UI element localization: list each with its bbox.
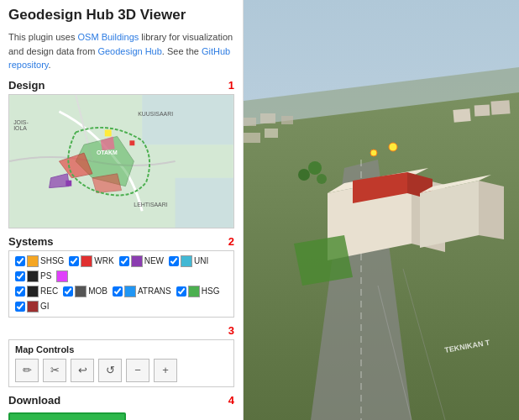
system-label-ATRANS: ATRANS — [138, 286, 171, 296]
svg-rect-1 — [142, 95, 233, 144]
system-color-REC — [27, 286, 39, 297]
system-item-PS: PS — [15, 270, 51, 282]
system-item-SHSG: SHSG — [15, 255, 64, 267]
zoom-in-button[interactable]: + — [154, 359, 177, 382]
svg-text:OTAKM: OTAKM — [97, 150, 118, 155]
system-item-HSG: HSG — [176, 286, 220, 297]
systems-box: SHSG WRK NEW UNI — [8, 250, 234, 318]
system-color-PS — [27, 270, 39, 282]
systems-row-1: SHSG WRK NEW UNI — [15, 255, 228, 282]
system-checkbox-UNI[interactable] — [169, 256, 179, 266]
system-item-UNI: UNI — [169, 255, 208, 267]
system-item-REC: REC — [15, 286, 58, 297]
svg-rect-37 — [265, 129, 278, 138]
svg-rect-14 — [129, 140, 134, 145]
design-map[interactable]: JOIS- IOLA KUUSISAARI LEHTISAARI OTAKM — [8, 94, 234, 228]
system-item-NEW: NEW — [119, 255, 164, 267]
system-label-WRK: WRK — [94, 256, 113, 265]
svg-marker-29 — [294, 235, 353, 286]
system-item-GI: GI — [15, 301, 50, 312]
svg-rect-15 — [66, 181, 71, 186]
map-controls-section: 3 Map Controls ✏ ✂ ↩ ↺ − + — [8, 324, 234, 387]
draw-button[interactable]: ✏ — [15, 359, 39, 382]
svg-point-39 — [298, 169, 310, 181]
system-item-WRK: WRK — [69, 255, 113, 267]
system-label-REC: REC — [40, 286, 58, 296]
controls-number: 3 — [228, 324, 234, 337]
redo-button[interactable]: ↺ — [98, 359, 122, 382]
system-label-PS: PS — [40, 271, 51, 281]
system-item-MOB: MOB — [63, 286, 107, 297]
viewer-3d-panel[interactable]: TEKNIKAN T — [244, 0, 519, 420]
svg-text:LEHTISAARI: LEHTISAARI — [134, 202, 167, 207]
system-checkbox-SHSG[interactable] — [15, 256, 25, 266]
systems-section: Systems 2 SHSG WRK NEW — [8, 235, 234, 318]
system-item-ATRANS: ATRANS — [113, 286, 171, 297]
svg-rect-32 — [490, 100, 510, 114]
svg-rect-34 — [260, 113, 275, 123]
app-description: This plugin uses OSM Buildings library f… — [8, 30, 234, 72]
osm-buildings-link[interactable]: OSM Buildings — [78, 32, 139, 42]
system-label-HSG: HSG — [202, 286, 220, 296]
system-color-HSG — [188, 286, 200, 297]
system-color-NEW — [131, 255, 143, 267]
system-checkbox-GI[interactable] — [15, 302, 25, 312]
system-label-SHSG: SHSG — [40, 256, 64, 265]
download-number: 4 — [228, 394, 234, 407]
system-item-PS-color — [56, 270, 68, 282]
download-header: Download 4 — [8, 394, 234, 407]
svg-text:KUUSISAARI: KUUSISAARI — [138, 111, 173, 117]
system-label-NEW: NEW — [144, 256, 164, 265]
zoom-out-button[interactable]: − — [126, 359, 149, 382]
design-header: Design 1 — [8, 79, 234, 92]
controls-header: 3 — [8, 324, 234, 337]
viewer-3d: TEKNIKAN T — [244, 0, 519, 420]
system-checkbox-WRK[interactable] — [69, 256, 79, 266]
system-color-UNI — [181, 255, 192, 267]
download-data-button[interactable]: Download Data — [8, 412, 126, 420]
system-label-GI: GI — [40, 302, 50, 311]
system-color-MOB — [75, 286, 86, 297]
system-color-ATRANS — [124, 286, 136, 297]
download-label: Download — [8, 394, 60, 407]
app-title: Geodesign Hub 3D Viewer — [8, 7, 234, 24]
system-label-UNI: UNI — [194, 256, 208, 265]
systems-header: Systems 2 — [8, 235, 234, 248]
system-label-MOB: MOB — [88, 286, 107, 296]
geodesign-hub-link[interactable]: Geodesign Hub — [97, 46, 161, 56]
svg-point-41 — [389, 143, 397, 151]
svg-rect-30 — [453, 108, 470, 123]
design-number: 1 — [228, 79, 234, 92]
svg-point-42 — [370, 150, 377, 156]
system-checkbox-MOB[interactable] — [63, 286, 73, 297]
left-panel: Geodesign Hub 3D Viewer This plugin uses… — [0, 0, 244, 420]
edit-button[interactable]: ✂ — [43, 359, 66, 382]
design-section: Design 1 — [8, 79, 234, 228]
svg-rect-35 — [281, 116, 293, 124]
system-checkbox-PS[interactable] — [15, 271, 25, 281]
svg-point-38 — [308, 161, 322, 175]
download-section: Download 4 Download Data — [8, 394, 234, 420]
system-checkbox-REC[interactable] — [15, 286, 25, 297]
design-label: Design — [8, 79, 45, 92]
systems-number: 2 — [228, 235, 234, 248]
system-extra-color — [56, 270, 68, 282]
svg-rect-13 — [105, 129, 112, 136]
system-checkbox-HSG[interactable] — [176, 286, 186, 297]
system-color-SHSG — [27, 255, 39, 267]
desc-text-1: This plugin uses — [8, 32, 78, 42]
desc-dot: . — [48, 60, 50, 70]
svg-rect-36 — [244, 133, 260, 143]
system-checkbox-NEW[interactable] — [119, 256, 129, 266]
controls-box: Map Controls ✏ ✂ ↩ ↺ − + — [8, 339, 234, 387]
systems-row-2: REC MOB ATRANS HSG — [15, 286, 228, 312]
desc-text-3: . See the — [162, 46, 202, 56]
undo-button[interactable]: ↩ — [71, 359, 94, 382]
svg-marker-27 — [479, 181, 504, 239]
system-color-GI — [27, 301, 39, 312]
system-color-WRK — [81, 255, 92, 267]
svg-point-40 — [317, 174, 327, 184]
svg-text:IOLA: IOLA — [13, 125, 27, 131]
system-checkbox-ATRANS[interactable] — [113, 286, 123, 297]
systems-label: Systems — [8, 235, 53, 248]
